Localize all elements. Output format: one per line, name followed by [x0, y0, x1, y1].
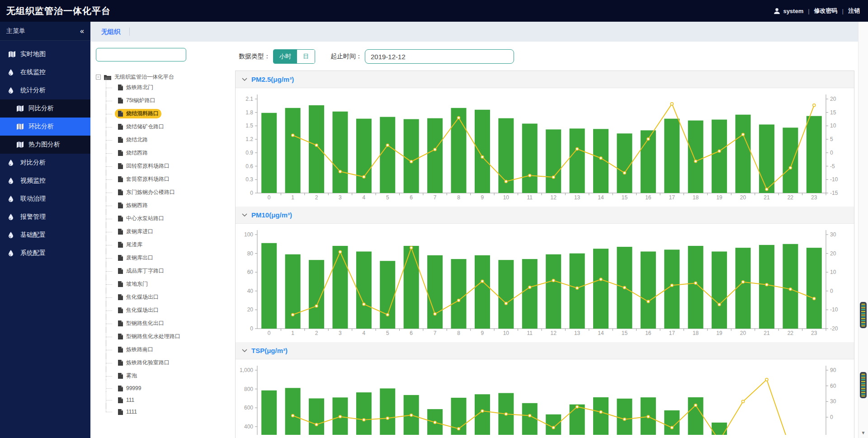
tree-node[interactable]: 75t锅炉路口 [103, 94, 231, 107]
tree-node[interactable]: 炼铁路南口 [103, 343, 231, 356]
tree-expander-icon[interactable]: − [96, 75, 101, 80]
folder-icon [104, 75, 111, 80]
scrollbar-thumb[interactable] [860, 372, 867, 398]
tree-node[interactable]: 废钢库出口 [103, 251, 231, 264]
tree-node[interactable]: 焦化煤场出口 [103, 304, 231, 317]
tree-node[interactable]: 炼铁路化验室路口 [103, 356, 231, 369]
svg-text:10: 10 [503, 194, 509, 201]
svg-text:12: 12 [551, 194, 557, 201]
hour-toggle-button[interactable]: 小时 [274, 50, 297, 63]
tree-node[interactable]: 烧结西路 [103, 146, 231, 160]
tree-node[interactable]: 套筒窑原料场路口 [103, 173, 231, 186]
window-scrollbar[interactable]: ▼ [858, 22, 868, 438]
tree-node[interactable]: 型钢路焦化出口 [103, 317, 231, 330]
drop-icon [8, 232, 16, 239]
svg-text:0.3: 0.3 [245, 176, 253, 183]
svg-text:20: 20 [740, 330, 746, 336]
file-icon [118, 203, 123, 208]
map-icon [8, 51, 16, 58]
sidebar-item[interactable]: 在线监控 [0, 63, 90, 81]
sidebar-item[interactable]: 联动治理 [0, 190, 90, 208]
chart-section-header[interactable]: TSP(μg/m³) [236, 342, 854, 359]
svg-text:14: 14 [598, 330, 604, 336]
user-menu[interactable]: system [773, 8, 803, 14]
svg-text:0.9: 0.9 [245, 150, 253, 156]
data-type-label: 数据类型： [239, 52, 270, 61]
svg-text:23: 23 [811, 330, 817, 336]
tree-node[interactable]: 99999 [103, 382, 231, 394]
svg-text:16: 16 [645, 194, 651, 201]
date-picker-input[interactable] [365, 49, 514, 64]
svg-text:8: 8 [457, 194, 460, 201]
tree-node[interactable]: 焦化煤场出口 [103, 291, 231, 304]
tree-node-selected[interactable]: 烧结混料路口 [103, 107, 231, 120]
tree-node[interactable]: 尾渣库 [103, 238, 231, 251]
sidebar-item[interactable]: 系统配置 [0, 244, 90, 262]
change-password-link[interactable]: 修改密码 [814, 7, 838, 15]
file-icon [118, 320, 123, 326]
sidebar-item[interactable]: 对比分析 [0, 154, 90, 172]
chart-canvas: 4006008001,0000306090 [236, 359, 848, 435]
tree-panel: − 无组织监管治一体化平台 炼铁路北门75t锅炉路口烧结混料路口烧结储矿仓路口烧… [96, 48, 235, 438]
separator: | [808, 8, 809, 14]
tree-node[interactable]: 型钢路焦化水处理路口 [103, 330, 231, 343]
svg-text:-10: -10 [830, 306, 838, 313]
file-icon [118, 347, 123, 353]
chevron-down-icon [242, 349, 247, 352]
sidebar-item[interactable]: 实时地图 [0, 45, 90, 63]
tree-node[interactable]: 雾泡 [103, 369, 231, 382]
logout-link[interactable]: 注销 [848, 7, 860, 15]
svg-text:21: 21 [764, 194, 770, 201]
svg-text:9: 9 [481, 194, 484, 201]
svg-text:2.1: 2.1 [245, 96, 253, 102]
tree-root[interactable]: − 无组织监管治一体化平台 [96, 73, 231, 81]
tree-node[interactable]: 烧结储矿仓路口 [103, 120, 231, 133]
day-toggle-button[interactable]: 日 [297, 50, 315, 63]
file-icon [118, 397, 123, 403]
tree-node[interactable]: 东门炼钢办公楼路口 [103, 186, 231, 199]
tree-node[interactable]: 炼钢西路 [103, 199, 231, 212]
collapse-sidebar-icon[interactable]: « [80, 27, 84, 35]
sidebar-item[interactable]: 同比分析 [0, 99, 90, 118]
tab-separator [129, 28, 130, 36]
chart-title: PM10(μg/m³) [251, 211, 292, 219]
svg-text:0.6: 0.6 [245, 163, 253, 170]
tab-wuzuzhi[interactable]: 无组织 [92, 22, 129, 42]
sidebar-item[interactable]: 视频监控 [0, 172, 90, 190]
file-icon [118, 268, 123, 274]
file-icon [118, 137, 123, 143]
drop-icon [8, 214, 16, 221]
chart-section-header[interactable]: PM2.5(μg/m³) [236, 71, 854, 88]
file-icon [118, 281, 123, 287]
sidebar-item[interactable]: 环比分析 [0, 118, 90, 136]
station-tree: − 无组织监管治一体化平台 炼铁路北门75t锅炉路口烧结混料路口烧结储矿仓路口烧… [96, 73, 231, 418]
tree-node[interactable]: 中心水泵站路口 [103, 212, 231, 225]
file-icon [118, 176, 123, 182]
chevron-down-icon [242, 213, 247, 217]
tree-node[interactable]: 1111 [103, 406, 231, 418]
file-icon [118, 307, 123, 313]
svg-text:4: 4 [363, 194, 366, 201]
svg-text:22: 22 [788, 194, 794, 201]
user-icon [773, 8, 781, 14]
tree-node[interactable]: 回转窑原料场路口 [103, 160, 231, 173]
tree-node[interactable]: 炼铁路北门 [103, 81, 231, 94]
tree-search-input[interactable] [96, 48, 186, 61]
svg-text:20: 20 [740, 194, 746, 201]
tree-node[interactable]: 111 [103, 394, 231, 406]
sidebar-item[interactable]: 基础配置 [0, 226, 90, 244]
chart-section-header[interactable]: PM10(μg/m³) [236, 207, 854, 224]
file-icon [118, 216, 123, 221]
scrollbar-thumb[interactable] [860, 302, 867, 328]
tree-node[interactable]: 烧结北路 [103, 133, 231, 146]
drop-icon [8, 160, 16, 166]
svg-text:6: 6 [410, 330, 413, 336]
sidebar-item[interactable]: 报警管理 [0, 208, 90, 226]
sidebar-item[interactable]: 热力图分析 [0, 136, 90, 154]
tree-node[interactable]: 坡地东门 [103, 278, 231, 291]
tree-node[interactable]: 成品库丁字路口 [103, 264, 231, 278]
svg-text:9: 9 [481, 330, 484, 336]
sidebar-item[interactable]: 统计分析 [0, 81, 90, 99]
tree-node[interactable]: 废钢库进口 [103, 225, 231, 238]
scroll-down-icon[interactable]: ▼ [859, 430, 868, 435]
